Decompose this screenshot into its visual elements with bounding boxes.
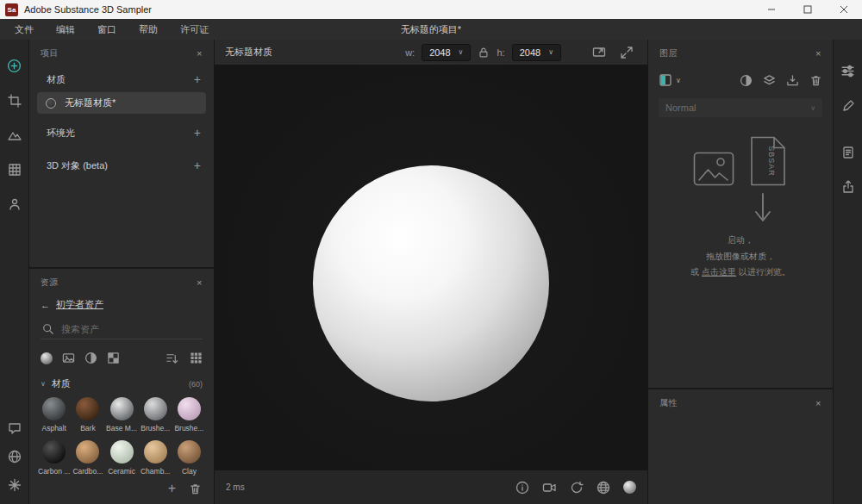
material-preview-sphere [76, 440, 99, 464]
height-dropdown[interactable]: 2048 ∨ [512, 44, 561, 61]
document-title: 无标题的项目* [401, 23, 461, 36]
add-object-button[interactable]: + [194, 159, 201, 172]
materials-grid: Asphalt Bark Base M... Brushe... Brushe.… [29, 392, 214, 476]
environment-sphere-icon[interactable] [623, 481, 636, 494]
material-thumbnail[interactable]: Asphalt [38, 397, 70, 432]
sliders-icon[interactable] [840, 64, 855, 78]
minimize-button[interactable] [753, 0, 790, 19]
width-label: w: [405, 47, 415, 58]
asset-search-box[interactable] [41, 320, 203, 339]
material-thumbnail[interactable]: Chamb... [140, 440, 172, 476]
share-icon[interactable] [841, 180, 855, 194]
material-thumbnail[interactable]: Clay [173, 440, 205, 476]
render-time: 2 ms [226, 482, 245, 492]
chevron-down-icon: ∨ [459, 48, 464, 56]
add-resource-button[interactable]: + [168, 481, 176, 496]
menu-window[interactable]: 窗口 [86, 19, 128, 40]
material-name: Asphalt [41, 424, 66, 432]
lock-icon[interactable] [478, 47, 490, 59]
blend-mode-select[interactable]: Normal ∨ [659, 98, 822, 117]
layer-type-toggle[interactable]: ∨ [659, 73, 681, 87]
width-dropdown[interactable]: 2048 ∨ [422, 44, 471, 61]
trash-icon[interactable] [189, 482, 202, 495]
add-asset-icon[interactable] [7, 59, 22, 73]
material-name: Carbon ... [38, 467, 70, 476]
notes-icon[interactable] [841, 146, 855, 159]
checker-filter-icon[interactable] [107, 352, 120, 364]
right-panel-column: 图层 × ∨ Normal [647, 40, 833, 504]
grid-tool-icon[interactable] [8, 163, 22, 177]
project-close-icon[interactable]: × [197, 48, 203, 59]
material-thumbnail[interactable]: Base M... [105, 397, 137, 432]
material-thumbnail[interactable]: Ceramic [105, 440, 137, 476]
chat-icon[interactable] [8, 421, 22, 435]
add-environment-button[interactable]: + [194, 126, 201, 140]
maximize-button[interactable] [790, 0, 826, 19]
sort-icon[interactable] [166, 352, 178, 364]
properties-panel-title: 属性 [659, 397, 678, 409]
material-name: Clay [182, 467, 197, 476]
snowflake-icon[interactable] [8, 478, 22, 492]
crop-icon[interactable] [8, 94, 22, 108]
project-panel: 项目 × 材质 + 无标题材质* 环境光 + 3D 对象 (beta) + [29, 40, 214, 267]
left-panel-column: 项目 × 材质 + 无标题材质* 环境光 + 3D 对象 (beta) + [28, 40, 215, 504]
right-toolbar [833, 40, 862, 504]
mountain-icon[interactable] [8, 128, 22, 142]
empty-line-3-prefix: 或 [690, 267, 702, 277]
properties-close-icon[interactable]: × [815, 398, 821, 408]
back-arrow-icon[interactable]: ← [41, 300, 50, 310]
properties-panel: 属性 × [648, 388, 833, 504]
trash-icon[interactable] [809, 74, 822, 87]
contrast-icon[interactable] [740, 74, 753, 87]
material-thumbnail[interactable]: Brushe... [173, 397, 205, 432]
layers-toolbar: ∨ [648, 67, 833, 91]
app-title: Adobe Substance 3D Sampler [24, 4, 152, 15]
material-preview-sphere [76, 397, 99, 420]
material-thumbnail[interactable]: Brushe... [140, 397, 172, 432]
material-name: Base M... [106, 424, 137, 432]
globe-icon[interactable] [8, 450, 22, 464]
material-filter-icon[interactable] [41, 352, 53, 364]
menu-edit[interactable]: 编辑 [45, 19, 86, 40]
sbsar-badge: SBSAR [767, 146, 776, 177]
material-preview-sphere-3d[interactable] [313, 165, 549, 401]
materials-category-row[interactable]: ∨ 材质 (60) [29, 370, 214, 392]
info-icon[interactable] [515, 481, 529, 495]
resources-footer: + [29, 476, 214, 504]
material-thumbnail[interactable]: Bark [72, 397, 103, 432]
3d-canvas[interactable] [215, 65, 647, 470]
material-thumbnail[interactable]: Cardbo... [72, 440, 103, 476]
camera-icon[interactable] [542, 481, 557, 495]
expand-icon[interactable] [620, 46, 634, 59]
menu-license[interactable]: 许可证 [169, 19, 220, 40]
grid-view-icon[interactable] [190, 352, 203, 364]
menu-help[interactable]: 帮助 [128, 19, 169, 40]
resources-close-icon[interactable]: × [197, 277, 203, 288]
layers-close-icon[interactable]: × [815, 48, 821, 59]
viewport-title: 无标题材质 [225, 46, 272, 59]
person-icon[interactable] [8, 197, 22, 211]
image-filter-icon[interactable] [62, 352, 75, 364]
material-thumbnail[interactable]: Carbon ... [38, 440, 70, 476]
menu-file[interactable]: 文件 [3, 19, 45, 40]
search-icon [42, 323, 54, 335]
layers-stack-icon[interactable] [763, 74, 776, 87]
half-circle-filter-icon[interactable] [84, 352, 97, 364]
pencil-icon[interactable] [841, 99, 855, 113]
empty-line-3: 或 点击这里 以进行浏览。 [690, 264, 790, 281]
properties-panel-header: 属性 × [648, 389, 833, 417]
material-preview-sphere [42, 440, 66, 464]
chevron-down-icon: ∨ [548, 48, 553, 56]
add-material-button[interactable]: + [194, 72, 201, 86]
import-icon[interactable] [786, 74, 799, 87]
close-button[interactable] [826, 0, 862, 19]
globe-grid-icon[interactable] [597, 481, 610, 495]
browse-link[interactable]: 点击这里 [702, 267, 736, 277]
sync-icon[interactable] [570, 481, 584, 495]
starter-assets-link[interactable]: 初学者资产 [56, 298, 103, 311]
materials-section-header: 材质 + [29, 67, 214, 91]
selected-material-row[interactable]: 无标题材质* [37, 92, 206, 114]
display-mode-icon[interactable] [592, 46, 606, 59]
asset-search-input[interactable] [61, 324, 191, 334]
environment-section-label: 环境光 [47, 127, 75, 140]
